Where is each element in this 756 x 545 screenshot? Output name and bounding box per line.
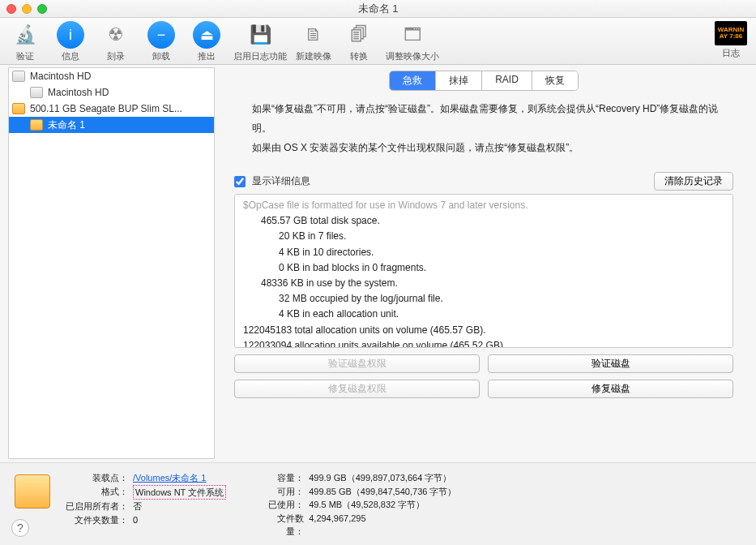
drive-icon: 💾	[246, 21, 274, 49]
tab-bar: 急救 抹掉 RAID 恢复	[220, 71, 748, 91]
titlebar: 未命名 1	[0, 0, 756, 18]
help-button[interactable]: ?	[11, 519, 29, 537]
info-column-left: 装载点： /Volumes/未命名 1 格式： Windows NT 文件系统 …	[62, 471, 226, 539]
details-bar: 显示详细信息 清除历史记录	[234, 172, 733, 191]
show-details-checkbox[interactable]	[234, 176, 246, 187]
burn-icon: ☢	[102, 21, 130, 49]
unmount-icon: −	[147, 21, 175, 49]
log-line: 4 KB in 10 directories.	[243, 245, 724, 260]
sidebar-item-label: 未命名 1	[48, 118, 85, 132]
toolbar-resize[interactable]: 🗔 调整映像大小	[386, 21, 439, 62]
toolbar-label: 启用日志功能	[233, 50, 287, 62]
log-line: $OpCase file is formatted for use in Win…	[243, 198, 724, 213]
log-line: 0 KB in bad blocks in 0 fragments.	[243, 260, 724, 276]
toolbar-label: 调整映像大小	[386, 50, 439, 62]
footer-info: 装载点： /Volumes/未命名 1 格式： Windows NT 文件系统 …	[0, 462, 756, 545]
sidebar-item[interactable]: Macintosh HD	[9, 84, 214, 101]
clear-history-button[interactable]: 清除历史记录	[654, 172, 733, 191]
toolbar-label: 新建映像	[296, 50, 331, 62]
sidebar-item-selected[interactable]: 未命名 1	[9, 117, 214, 133]
toolbar: 🔬 验证 i 信息 ☢ 刻录 − 卸载 ⏏ 推出 💾 启用日志功能 🗎 新建映像…	[0, 18, 756, 65]
toolbar-unmount[interactable]: − 卸载	[143, 21, 180, 62]
sidebar-item[interactable]: 500.11 GB Seagate BUP Slim SL...	[9, 101, 214, 117]
toolbar-info[interactable]: i 信息	[52, 21, 89, 62]
tab-erase[interactable]: 抹掉	[436, 71, 482, 90]
toolbar-label: 刻录	[107, 50, 125, 62]
info-icon: i	[57, 21, 84, 49]
files-value: 4,294,967,295	[309, 512, 365, 539]
log-output[interactable]: $OpCase file is formatted for use in Win…	[234, 194, 733, 348]
sidebar-item-label: 500.11 GB Seagate BUP Slim SL...	[30, 103, 182, 114]
owners-value: 否	[133, 500, 142, 513]
available-value: 499.85 GB（499,847,540,736 字节）	[309, 485, 456, 499]
disk-icon	[12, 71, 25, 82]
toolbar-label: 验证	[16, 50, 34, 62]
sidebar-item-label: Macintosh HD	[48, 87, 109, 98]
main-split: Macintosh HD Macintosh HD 500.11 GB Seag…	[0, 65, 756, 462]
toolbar-eject[interactable]: ⏏ 推出	[188, 21, 225, 62]
log-line: 4 KB in each allocation unit.	[243, 307, 724, 322]
toolbar-label: 转换	[350, 50, 368, 62]
external-disk-icon	[30, 119, 43, 131]
format-value: Windows NT 文件系统	[133, 485, 226, 500]
tab-first-aid[interactable]: 急救	[390, 71, 436, 90]
external-disk-icon	[12, 103, 25, 114]
log-line: 32 MB occupied by the log/journal file.	[243, 291, 724, 307]
volume-icon	[15, 474, 50, 509]
info-column-right: 容量：499.9 GB（499,897,073,664 字节） 可用：499.8…	[267, 471, 456, 539]
instruction-text: 如果“修复磁盘”不可用，请点按“验证磁盘”。如果磁盘需要修复，则系统会提供从“R…	[220, 99, 748, 157]
show-details-label: 显示详细信息	[252, 174, 310, 188]
toolbar-label: 日志	[722, 47, 740, 59]
sidebar-item-label: Macintosh HD	[30, 71, 91, 82]
repair-disk-button[interactable]: 修复磁盘	[488, 380, 733, 398]
log-line: 48336 KB in use by the system.	[243, 276, 724, 291]
toolbar-verify[interactable]: 🔬 验证	[6, 21, 44, 62]
toolbar-label: 卸载	[152, 50, 170, 62]
log-line: 20 KB in 7 files.	[243, 229, 724, 244]
toolbar-enable-log[interactable]: 💾 启用日志功能	[233, 21, 287, 62]
toolbar-burn[interactable]: ☢ 刻录	[97, 21, 135, 62]
toolbar-convert[interactable]: 🗐 转换	[340, 21, 378, 62]
window-title: 未命名 1	[0, 2, 756, 16]
used-value: 49.5 MB（49,528,832 字节）	[309, 498, 425, 512]
resize-icon: 🗔	[399, 21, 426, 49]
verify-permissions-button[interactable]: 验证磁盘权限	[234, 354, 480, 373]
toolbar-label: 信息	[62, 50, 79, 62]
tab-raid[interactable]: RAID	[482, 71, 532, 90]
toolbar-label: 推出	[198, 50, 216, 62]
verify-disk-button[interactable]: 验证磁盘	[488, 354, 733, 373]
tab-restore[interactable]: 恢复	[532, 71, 578, 90]
content-pane: 急救 抹掉 RAID 恢复 如果“修复磁盘”不可用，请点按“验证磁盘”。如果磁盘…	[220, 67, 748, 459]
repair-permissions-button[interactable]: 修复磁盘权限	[234, 380, 480, 398]
warning-icon: WARNINAY 7:86	[715, 21, 747, 45]
disk-icon	[30, 87, 43, 98]
sidebar-item[interactable]: Macintosh HD	[9, 68, 214, 84]
mount-point-link[interactable]: /Volumes/未命名 1	[133, 471, 206, 485]
toolbar-new-image[interactable]: 🗎 新建映像	[295, 21, 332, 62]
eject-icon: ⏏	[193, 21, 220, 49]
log-line: 122045183 total allocation units on volu…	[243, 323, 724, 338]
convert-icon: 🗐	[345, 21, 373, 49]
log-line: 122033094 allocation units available on …	[243, 338, 724, 348]
log-line: 465.57 GB total disk space.	[243, 213, 724, 229]
action-row-1: 验证磁盘权限 验证磁盘	[234, 354, 733, 373]
folders-value: 0	[133, 513, 138, 527]
disk-sidebar: Macintosh HD Macintosh HD 500.11 GB Seag…	[8, 67, 215, 459]
new-image-icon: 🗎	[300, 21, 327, 49]
toolbar-log[interactable]: WARNINAY 7:86 日志	[712, 21, 750, 59]
capacity-value: 499.9 GB（499,897,073,664 字节）	[309, 471, 451, 485]
microscope-icon: 🔬	[11, 21, 39, 49]
action-row-2: 修复磁盘权限 修复磁盘	[234, 380, 733, 398]
